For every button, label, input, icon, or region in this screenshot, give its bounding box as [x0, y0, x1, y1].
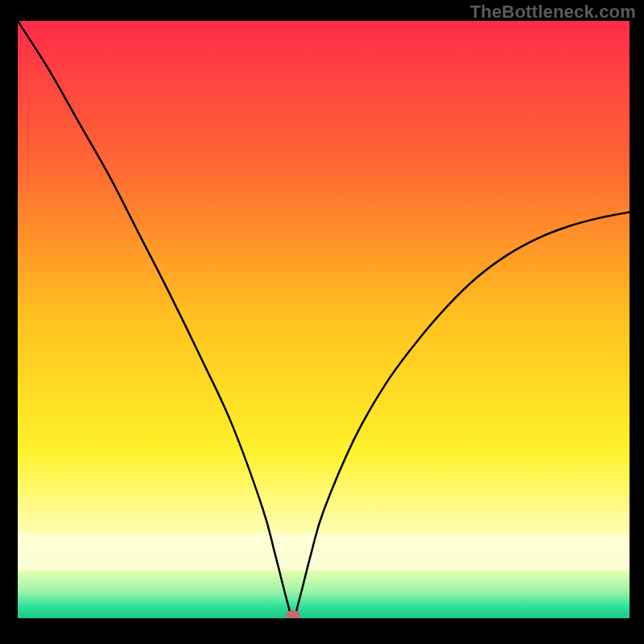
gradient-background: [18, 21, 630, 618]
chart-frame: TheBottleneck.com: [0, 0, 644, 644]
plot-svg: [18, 21, 630, 618]
pale-band: [18, 535, 630, 571]
plot-area: [18, 21, 630, 618]
watermark-text: TheBottleneck.com: [470, 2, 636, 23]
